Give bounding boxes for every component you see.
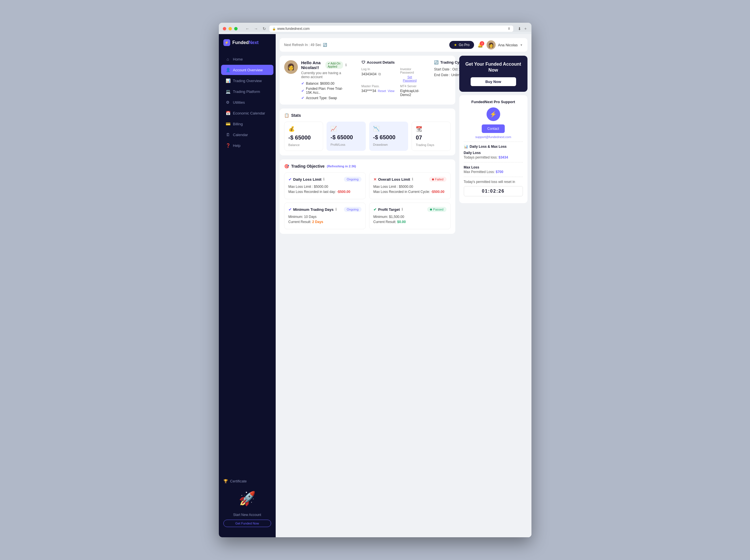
stat-icon-2: 📉 <box>373 125 404 132</box>
sidebar-item-label: Calendar <box>233 133 248 137</box>
support-card: FundedNext Pro Support ⚡ Contact support… <box>459 95 528 203</box>
back-button[interactable]: ← <box>244 26 251 32</box>
funded-plan-item: ✔ Funded Plan: Free Trial- 15K Acc.. <box>301 87 347 95</box>
obj-card-daily-loss: ✔ Daily Loss Limit ℹ Ongoing Max Loss Li… <box>284 173 366 199</box>
sidebar-bottom: 🚀 Start New Account Get Funded Now <box>219 486 276 532</box>
login-label: Log In <box>361 67 394 71</box>
refresh-icon[interactable]: 🔄 <box>323 43 327 47</box>
user-info[interactable]: 👩 Ana Nicolas ▼ <box>487 40 522 49</box>
check-green-icon-3: ✔ <box>373 207 377 212</box>
info-icon[interactable]: ℹ <box>345 63 347 67</box>
max-loss-section-title: Max Loss <box>464 165 523 169</box>
address-bar[interactable]: 🔒 www.fundednext.com ⬆ <box>270 25 513 32</box>
stat-label-1: Profit/Loss <box>331 143 362 146</box>
copy-button[interactable]: ⧉ <box>378 72 381 76</box>
support-logo: ⚡ <box>487 107 500 121</box>
account-type-item: ✔ Account Type: Swap <box>301 96 347 100</box>
set-password-button[interactable]: Set Password <box>400 75 419 82</box>
funded-promo: Get Your Funded Account Now Buy Now <box>459 56 528 92</box>
support-logo-icon: ⚡ <box>490 111 497 118</box>
cal-icon: 🗓 <box>226 133 230 137</box>
support-email[interactable]: support@fundednext.com <box>464 135 523 139</box>
sidebar-item-economic-calendar[interactable]: 📅 Economic Calendar <box>221 108 273 118</box>
master-label: Master Pass. <box>361 84 394 88</box>
timer-display: 01:02:26 <box>464 186 523 196</box>
right-panel: Get Your Funded Account Now Buy Now Fund… <box>459 56 528 203</box>
obj-title-3: ✔ Profit Target ℹ <box>373 207 403 212</box>
contact-button[interactable]: Contact <box>482 124 505 133</box>
status-badge-0: Ongoing <box>344 177 361 182</box>
new-tab-button[interactable]: ＋ <box>524 26 528 31</box>
sidebar-item-home[interactable]: ⌂ Home <box>221 54 273 64</box>
investor-pass-row: Investor Password Set Password <box>400 67 419 82</box>
view-button[interactable]: View <box>388 89 394 93</box>
account-details-title: 🛡 Account Details <box>361 60 419 64</box>
stat-icon-1: 📈 <box>331 125 362 132</box>
check-icon-2: ✔ <box>301 89 304 93</box>
sidebar-item-help[interactable]: ❓ Help <box>221 140 273 151</box>
x-red-icon-1: ✕ <box>373 177 377 182</box>
sidebar-item-account-overview[interactable]: 👤 Account Overview <box>221 65 273 75</box>
user-icon: 👤 <box>226 67 230 72</box>
chevron-down-icon: ▼ <box>520 43 523 46</box>
main-content: Next Refresh In : 49 Sec 🔄 ★ Go Pro 🔔 2 … <box>276 34 531 537</box>
url-text: www.fundednext.com <box>277 27 310 31</box>
sidebar-item-label: Trading Overview <box>233 79 262 83</box>
buy-now-button[interactable]: Buy Now <box>471 77 516 86</box>
daily-loss-section-title: Daily Loss <box>464 151 523 155</box>
investor-value-row: Set Password <box>400 75 419 82</box>
downloads-button[interactable]: ⬇ <box>518 26 521 31</box>
minimize-button[interactable] <box>229 27 232 31</box>
logo-next: Next <box>249 40 259 45</box>
obj-card-3-header: ✔ Profit Target ℹ Passed <box>373 207 447 212</box>
obj-detail-3b: Current Result: $0.00 <box>373 220 447 224</box>
stat-label-2: Drawdown <box>373 143 404 146</box>
obj-detail-0b: Max Loss Recorded in last day: -$500.00 <box>289 190 361 194</box>
close-button[interactable] <box>223 27 226 31</box>
cycle-icon: 🔄 <box>434 60 438 64</box>
sidebar-item-label: Billing <box>233 122 243 126</box>
sidebar-item-calendar[interactable]: 🗓 Calendar <box>221 129 273 140</box>
mt4-value-row: EightcapLtd-Demo2 <box>400 89 419 97</box>
investor-label: Investor Password <box>400 67 419 74</box>
sidebar-item-utilities[interactable]: ⚙ Utilities <box>221 97 273 107</box>
stat-value-3: 07 <box>416 134 447 141</box>
get-funded-sidebar-button[interactable]: Get Funded Now <box>223 520 271 527</box>
check-blue-icon-2: ✔ <box>289 207 292 212</box>
obj-info-icon-3[interactable]: ℹ <box>401 207 403 212</box>
sidebar-item-trading-platform[interactable]: 💻 Trading Platform <box>221 86 273 97</box>
calendar-econ-icon: 📅 <box>226 111 230 115</box>
sidebar-item-trading-overview[interactable]: 📊 Trading Overview <box>221 76 273 86</box>
obj-card-profit-target: ✔ Profit Target ℹ Passed Mini <box>369 203 451 229</box>
go-pro-label: Go Pro <box>459 43 470 47</box>
refresh-label: Next Refresh In : 49 Sec <box>284 43 321 47</box>
forward-button[interactable]: → <box>253 26 259 32</box>
greeting-title: Hello Ana Nicolas!! ✔ Add-On Applied ℹ <box>301 60 347 70</box>
max-loss-value: $700 <box>496 170 503 174</box>
addon-badge: ✔ Add-On Applied <box>325 61 343 69</box>
account-sub-label: Currently you are having a demo account <box>301 71 347 79</box>
sidebar-item-label: Account Overview <box>233 68 263 72</box>
obj-card-0-header: ✔ Daily Loss Limit ℹ Ongoing <box>289 177 361 182</box>
check-icon-1: ✔ <box>301 81 304 85</box>
notification-button[interactable]: 🔔 2 <box>477 42 483 48</box>
account-header-row: 👩 Hello Ana Nicolas!! ✔ Add-On Applied ℹ… <box>284 60 451 100</box>
go-pro-button[interactable]: ★ Go Pro <box>449 41 474 49</box>
login-value: 34343434 <box>361 72 377 76</box>
notification-badge: 2 <box>480 41 484 46</box>
sidebar-item-billing[interactable]: 💳 Billing <box>221 119 273 129</box>
support-divider <box>464 141 523 142</box>
check-icon-3: ✔ <box>301 96 304 100</box>
obj-info-icon-1[interactable]: ℹ <box>412 177 413 181</box>
stat-card-profit: 📈 -$ 65000 Profit/Loss <box>327 122 366 151</box>
obj-card-min-trading: ✔ Minimum Trading Days ℹ Ongoing Minimum… <box>284 203 366 229</box>
reload-button[interactable]: ↻ <box>261 26 267 32</box>
sidebar-item-certificate[interactable]: 🏆 Certificate <box>219 476 276 486</box>
obj-info-icon-2[interactable]: ℹ <box>335 207 337 212</box>
reset-button[interactable]: Reset <box>378 89 386 93</box>
mt4-value: EightcapLtd-Demo2 <box>400 89 419 97</box>
obj-info-icon-0[interactable]: ℹ <box>323 177 324 181</box>
sidebar-item-label: Trading Platform <box>233 89 260 94</box>
chart-icon: 📊 <box>226 78 230 83</box>
maximize-button[interactable] <box>234 27 238 31</box>
